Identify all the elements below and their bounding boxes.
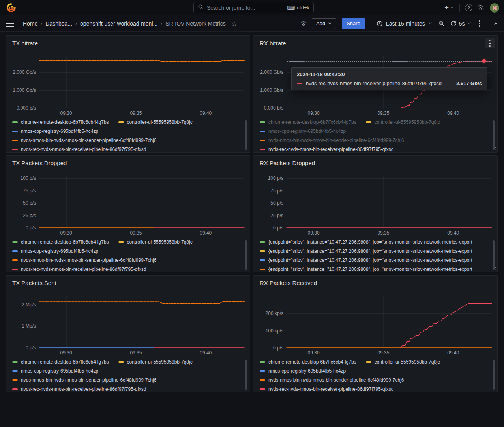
kebab-icon [487,39,492,48]
breadcrumb-home[interactable]: Home [23,21,37,27]
y-axis-tick-label: 50 p/s [6,200,36,206]
panel-rx-bitrate: RX bitrate 2.000 Gb/s1.000 Gb/s0.000 b/s… [253,35,498,153]
search-input[interactable] [207,5,284,11]
legend-item[interactable]: chrome-remote-desktop-6b7ffc6cb4-lg7bs [12,117,109,127]
grafana-logo-icon[interactable] [6,3,16,13]
panel-resize-handle[interactable] [493,264,497,271]
legend-item[interactable]: nmos-cpp-registry-695bdf4fb5-hc4zp [12,246,98,255]
chevron-down-icon [428,21,433,26]
legend-label: nvds-rec-nvds-nmos-bin-receiver-pipeline… [21,147,146,152]
new-menu-button[interactable]: + [444,4,454,11]
legend-item[interactable]: nvds-rec-nvds-nmos-bin-receiver-pipeline… [12,265,146,272]
global-search[interactable]: ⌨ ctrl+k [193,2,314,13]
share-button[interactable]: Share [342,18,365,29]
refresh-controls[interactable]: 5s [450,21,472,27]
y-axis-tick-label: 0 p/s [253,225,283,231]
tx-packets-sent-legend: chrome-remote-desktop-6b7ffc6cb4-lg7bsco… [12,357,240,392]
legend-item[interactable]: {endpoint="sriov", instance="10.47.27.20… [260,237,487,246]
x-axis-tick-label: 09:30 [57,350,76,356]
legend-item[interactable]: {endpoint="sriov", instance="10.47.27.20… [260,246,487,255]
legend-item[interactable]: nvds-rec-nvds-nmos-bin-receiver-pipeline… [260,384,393,392]
legend-item[interactable]: nvds-nmos-bin-nvds-nmos-bin-sender-pipel… [12,255,157,265]
legend-label: nvds-nmos-bin-nvds-nmos-bin-sender-pipel… [268,377,404,383]
legend-scrollbar[interactable] [245,120,247,150]
legend-item[interactable]: nvds-nmos-bin-nvds-nmos-bin-sender-pipel… [260,375,404,384]
legend-item[interactable]: nvds-rec-nvds-nmos-bin-receiver-pipeline… [260,145,393,153]
breadcrumb-folder[interactable]: openshift-user-workload-moni... [80,21,157,27]
legend-item[interactable]: controller-ui-55595958bb-7q8jc [118,357,193,366]
legend-item[interactable]: {endpoint="sriov", instance="10.47.27.20… [260,255,487,265]
legend-scrollbar[interactable] [493,360,495,390]
panel-tx-packets-sent: TX Packets Sent 2 Mp/s1 Mp/s0 p/s09:3009… [6,275,250,392]
legend-item[interactable]: nvds-nmos-bin-nvds-nmos-bin-sender-pipel… [12,136,157,145]
menu-toggle-icon[interactable] [6,21,14,27]
add-button[interactable]: Add [312,18,336,29]
legend-item[interactable]: nvds-nmos-bin-nvds-nmos-bin-sender-pipel… [12,375,157,384]
help-icon[interactable]: ? [465,4,472,11]
x-axis-tick-label: 09:30 [304,230,323,236]
favorite-star-icon[interactable]: ☆ [231,20,237,28]
legend-label: controller-ui-55595958bb-7q8jc [375,359,440,365]
y-axis-tick-label: 1.000 Gb/s [253,87,283,93]
panel-resize-handle[interactable] [493,144,497,151]
y-axis-tick-label: 2.000 Gb/s [253,69,283,75]
legend-label: chrome-remote-desktop-6b7ffc6cb4-lg7bs [21,239,109,245]
breadcrumb-separator: › [75,21,77,26]
breadcrumb-dashboards[interactable]: Dashboa... [45,21,72,27]
series-color-marker [12,250,18,252]
y-axis-tick-label: 0 p/s [6,225,36,231]
y-axis-tick-label: 100 kp/s [253,328,283,334]
legend-item[interactable]: nvds-rec-nvds-nmos-bin-receiver-pipeline… [12,145,146,153]
series-color-marker [12,121,18,123]
legend-label: chrome-remote-desktop-6b7ffc6cb4-lg7bs [21,119,109,125]
legend-item[interactable]: controller-ui-55595958bb-7q8jc [118,117,193,127]
x-axis-tick-label: 09:30 [304,350,323,356]
refresh-icon [450,21,457,27]
rx-packets-dropped-legend: {endpoint="sriov", instance="10.47.27.20… [260,237,487,272]
legend-item[interactable]: controller-ui-55595958bb-7q8jc [118,237,193,246]
y-axis-tick-label: 0.000 b/s [6,105,36,111]
legend-label: nmos-cpp-registry-695bdf4fb5-hc4zp [21,129,98,134]
legend-item[interactable]: nmos-cpp-registry-695bdf4fb5-hc4zp [12,127,98,136]
legend-item[interactable]: {endpoint="sriov", instance="10.47.27.20… [260,265,487,272]
legend-item[interactable]: chrome-remote-desktop-6b7ffc6cb4-lg7bs [12,357,109,366]
legend-item[interactable]: nmos-cpp-registry-695bdf4fb5-hc4zp [12,366,98,375]
news-icon[interactable] [478,4,485,12]
legend-item[interactable]: controller-ui-55595958bb-7q8jc [366,117,440,127]
legend-item[interactable]: chrome-remote-desktop-6b7ffc6cb4-lg7bs [260,117,356,127]
x-axis-tick-label: 09:40 [196,230,215,236]
zoom-out-button[interactable] [438,20,445,27]
legend-item[interactable]: chrome-remote-desktop-6b7ffc6cb4-lg7bs [260,357,356,366]
legend-item[interactable]: controller-ui-55595958bb-7q8jc [366,357,440,366]
refresh-interval: 5s [459,21,465,27]
legend-scrollbar[interactable] [245,360,247,390]
time-range-picker[interactable]: Last 15 minutes [377,21,433,27]
collapse-toolbar-button[interactable] [493,21,498,26]
legend-item[interactable]: nvds-rec-nvds-nmos-bin-receiver-pipeline… [12,384,146,392]
series-color-marker [118,121,124,123]
legend-item[interactable]: chrome-remote-desktop-6b7ffc6cb4-lg7bs [12,237,109,246]
legend-item[interactable]: nmos-cpp-registry-695bdf4fb5-hc4zp [260,127,346,136]
y-axis-tick-label: 75 p/s [253,188,283,194]
legend-item[interactable]: nmos-cpp-registry-695bdf4fb5-hc4zp [260,366,346,375]
series-color-marker [12,140,18,141]
y-axis-tick-label: 1.000 Gb/s [6,87,36,93]
y-axis-tick-label: 25 p/s [253,213,283,219]
series-lines [39,296,244,348]
legend-label: nvds-rec-nvds-nmos-bin-receiver-pipeline… [268,147,393,152]
tooltip-timestamp: 2024-11-18 09:42:30 [297,71,482,77]
legend-item[interactable]: nvds-nmos-bin-nvds-nmos-bin-sender-pipel… [260,136,404,145]
toolbar-kebab-icon[interactable] [477,19,482,28]
dashboard-settings-icon[interactable]: ⚙ [301,20,306,27]
legend-scrollbar[interactable] [245,240,247,270]
legend-label: chrome-remote-desktop-6b7ffc6cb4-lg7bs [268,359,356,365]
series-color-marker [260,140,265,141]
rx-packets-received-legend: chrome-remote-desktop-6b7ffc6cb4-lg7bsco… [260,357,487,392]
user-avatar[interactable] [490,3,499,13]
series-color-marker [12,259,18,261]
series-color-marker [260,250,265,252]
series-color-marker [12,269,18,270]
top-nav: ⌨ ctrl+k + ? [0,0,504,15]
panel-menu-button[interactable] [485,38,495,48]
x-axis-tick-label: 09:30 [57,110,76,116]
